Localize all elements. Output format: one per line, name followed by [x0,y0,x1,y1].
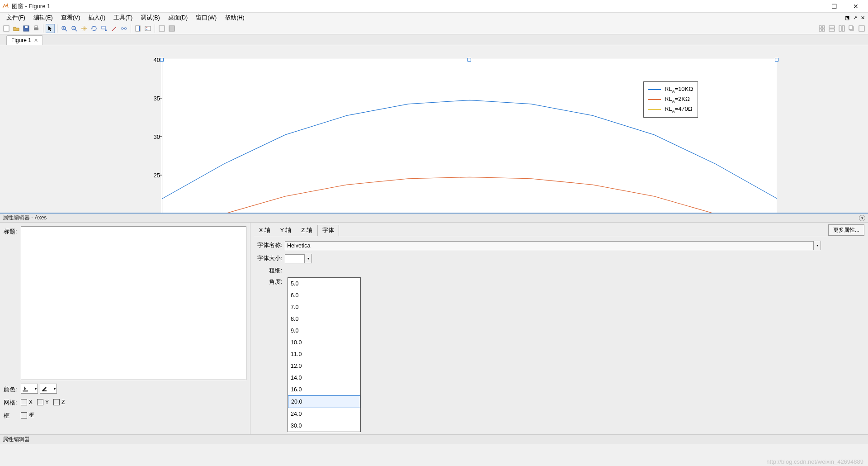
figure-tab[interactable]: Figure 1 ✕ [6,35,43,45]
toolbar [0,23,868,34]
status-text: 属性编辑器 [3,436,30,443]
font-size-input[interactable] [285,254,305,263]
svg-rect-29 [829,29,835,31]
tab-font[interactable]: 字体 [317,225,339,236]
legend-item[interactable]: RLA=470Ω [648,105,693,114]
zoom-out-icon[interactable] [70,24,79,33]
font-size-option[interactable]: 7.0 [288,301,360,313]
color-label: 颜色: [4,384,21,394]
tab-x-axis[interactable]: X 轴 [254,225,275,236]
font-name-select[interactable] [285,241,814,250]
svg-rect-26 [819,29,821,31]
svg-rect-22 [159,26,165,31]
maximize-icon[interactable] [857,24,866,33]
font-size-option[interactable]: 30.0 [288,420,360,432]
tile-h-icon[interactable] [827,24,836,33]
show-tools-icon[interactable] [167,24,176,33]
pointer-icon[interactable] [46,24,55,33]
font-name-dropdown-icon[interactable]: ▾ [814,241,821,250]
tab-z-axis[interactable]: Z 轴 [296,225,317,236]
figure-tab-label: Figure 1 [11,37,31,43]
menu-desktop[interactable]: 桌面(D) [165,13,191,23]
axes-handle[interactable] [775,58,778,62]
brush-icon[interactable] [109,24,118,33]
menu-debug[interactable]: 调试(B) [137,13,164,23]
figure-canvas[interactable]: 40 35 30 25 RLA=10KΩRLA=2KΩRLA=470Ω [0,45,868,213]
legend[interactable]: RLA=10KΩRLA=2KΩRLA=470Ω [643,81,698,118]
menu-tools[interactable]: 工具(T) [110,13,136,23]
print-icon[interactable] [32,24,41,33]
window-controls: — ☐ ✕ [806,3,866,10]
menu-insert[interactable]: 插入(I) [85,13,109,23]
legend-item[interactable]: RLA=2KΩ [648,95,693,105]
menu-file[interactable]: 文件(F) [3,13,29,23]
font-size-option[interactable]: 16.0 [288,384,360,395]
new-figure-icon[interactable] [2,24,11,33]
menu-edit[interactable]: 编辑(E) [30,13,57,23]
matlab-icon [2,3,9,10]
fill-color-button[interactable]: ▾ [21,384,38,394]
more-properties-button[interactable]: 更多属性... [828,224,864,236]
toolbar-sep [131,24,131,33]
window-title: 图窗 - Figure 1 [12,2,806,10]
font-size-option[interactable]: 14.0 [288,372,360,384]
legend-item[interactable]: RLA=10KΩ [648,85,693,95]
property-editor-title: 属性编辑器 - Axes [3,214,47,222]
menu-view[interactable]: 查看(V) [57,13,84,23]
font-size-option[interactable]: 11.0 [288,348,360,360]
menubar: 文件(F) 编辑(E) 查看(V) 插入(I) 工具(T) 调试(B) 桌面(D… [0,13,868,23]
tile-icon[interactable] [817,24,826,33]
hide-tools-icon[interactable] [157,24,166,33]
font-size-option[interactable]: 5.0 [288,278,360,290]
font-size-option[interactable]: 10.0 [288,337,360,348]
close-button[interactable]: ✕ [849,3,863,10]
maximize-button[interactable]: ☐ [827,3,841,10]
grid-z-checkbox[interactable] [53,399,60,405]
axes-handle[interactable] [160,58,164,62]
menu-window[interactable]: 窗口(W) [192,13,220,23]
figure-tab-close-icon[interactable]: ✕ [34,38,38,43]
font-size-option[interactable]: 20.0 [288,395,360,408]
edge-color-button[interactable]: ▾ [40,384,57,394]
font-size-option[interactable]: 8.0 [288,313,360,325]
pan-icon[interactable] [80,24,89,33]
legend-label: RLA=2KΩ [665,95,690,104]
grid-y-checkbox[interactable] [37,399,43,405]
tile-v-icon[interactable] [837,24,846,33]
grid-z-label: Z [61,399,65,405]
font-size-option[interactable]: 9.0 [288,325,360,337]
open-icon[interactable] [12,24,21,33]
colorbar-icon[interactable] [133,24,142,33]
titlebar: 图窗 - Figure 1 — ☐ ✕ [0,0,868,13]
svg-rect-12 [102,26,105,29]
datatip-icon[interactable] [99,24,108,33]
rotate-icon[interactable] [90,24,99,33]
font-size-option[interactable]: 12.0 [288,360,360,372]
legend-swatch [648,109,661,110]
link-icon[interactable] [119,24,128,33]
axes-handle[interactable] [467,58,471,62]
grid-y-label: Y [45,399,49,405]
svg-line-6 [65,29,67,31]
font-size-dropdown-icon[interactable]: ▾ [305,254,312,263]
float-icon[interactable] [847,24,856,33]
zoom-in-icon[interactable] [60,24,69,33]
property-editor-header: 属性编辑器 - Axes ▾ [0,214,868,223]
font-size-dropdown-list[interactable]: 5.06.07.08.09.010.011.012.014.016.020.02… [288,277,361,432]
toolbar-sep [155,24,155,33]
undock-icon[interactable]: ↗ [852,15,859,21]
save-icon[interactable] [22,24,31,33]
font-size-option[interactable]: 6.0 [288,290,360,301]
legend-icon[interactable] [143,24,152,33]
svg-rect-2 [25,26,28,28]
tab-y-axis[interactable]: Y 轴 [275,225,297,236]
font-size-option[interactable]: 24.0 [288,408,360,420]
title-textarea[interactable] [21,226,246,380]
property-editor-collapse-icon[interactable]: ▾ [859,215,865,221]
menu-help[interactable]: 帮助(H) [221,13,248,23]
dock-icon[interactable]: ⬔ [844,15,851,21]
grid-x-checkbox[interactable] [21,399,27,405]
box-checkbox[interactable] [21,412,27,418]
menubar-close-icon[interactable]: ✕ [859,15,866,21]
minimize-button[interactable]: — [806,3,819,10]
